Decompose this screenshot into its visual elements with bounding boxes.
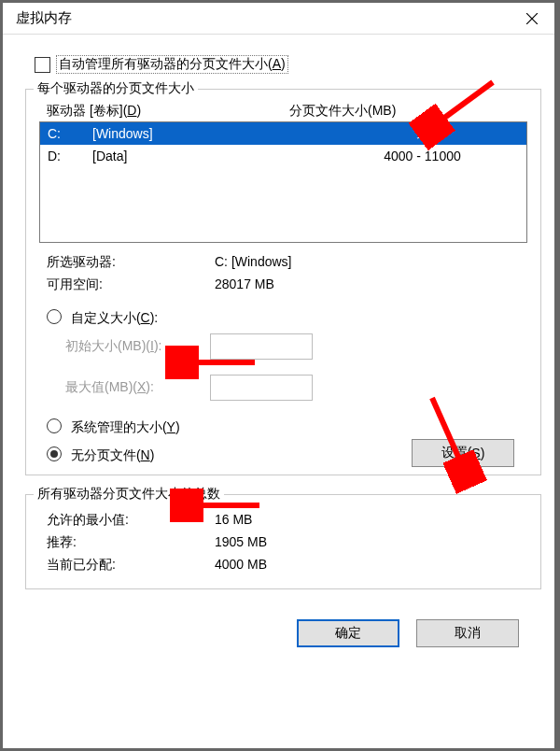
set-button[interactable]: 设置(S) [412,439,514,467]
close-button[interactable] [510,3,554,35]
system-managed-label: 系统管理的大小(Y) [71,419,180,434]
cancel-button[interactable]: 取消 [416,619,519,647]
auto-manage-checkbox[interactable] [35,57,50,73]
drive-letter: D: [48,149,92,163]
drive-row[interactable]: C: [Windows] 无 [40,122,526,145]
drive-list[interactable]: C: [Windows] 无 D: [Data] 4000 - 11000 [39,121,527,243]
rec-value: 1905 MB [215,534,267,551]
size-header: 分页文件大小(MB) [289,103,396,120]
initial-size-label: 初始大小(MB)(I): [65,338,210,355]
custom-size-radio[interactable] [47,309,62,324]
no-paging-radio[interactable] [47,446,62,461]
cur-value: 4000 MB [215,557,267,574]
per-drive-group: 每个驱动器的分页文件大小 驱动器 [卷标](D) 分页文件大小(MB) C: [… [25,89,541,475]
window-title: 虚拟内存 [16,9,72,27]
free-space-label: 可用空间: [47,276,215,293]
initial-size-input[interactable] [210,333,313,360]
min-value: 16 MB [215,512,252,529]
no-paging-label: 无分页文件(N) [71,447,154,462]
drive-size: 无 [288,125,519,142]
drive-header: 驱动器 [卷标](D) [47,103,289,120]
min-label: 允许的最小值: [47,512,215,529]
drive-row[interactable]: D: [Data] 4000 - 11000 [40,145,526,167]
drive-letter: C: [48,126,92,141]
rec-label: 推荐: [47,534,215,551]
system-managed-option[interactable]: 系统管理的大小(Y) [39,414,527,439]
auto-manage-row[interactable]: 自动管理所有驱动器的分页文件大小(A) [35,55,541,74]
drive-size: 4000 - 11000 [288,149,519,163]
drive-label: [Windows] [92,126,288,141]
selected-drive-value: C: [Windows] [215,254,291,271]
selected-drive-label: 所选驱动器: [47,254,215,271]
totals-group: 所有驱动器分页文件大小的总数 允许的最小值:16 MB 推荐:1905 MB 当… [25,494,541,589]
drive-label: [Data] [92,149,288,163]
no-paging-option[interactable]: 无分页文件(N) [39,442,154,467]
max-size-input[interactable] [210,375,313,401]
dialog-window: 虚拟内存 自动管理所有驱动器的分页文件大小(A) 每个驱动器的分页文件大小 驱动… [2,2,555,749]
titlebar: 虚拟内存 [3,3,554,35]
free-space-value: 28017 MB [215,276,274,293]
system-managed-radio[interactable] [47,418,62,433]
totals-legend: 所有驱动器分页文件大小的总数 [34,486,224,503]
dialog-buttons: 确定 取消 [25,589,541,668]
max-size-label: 最大值(MB)(X): [65,379,210,396]
close-icon [526,13,538,24]
per-drive-legend: 每个驱动器的分页文件大小 [34,80,198,97]
custom-size-option[interactable]: 自定义大小(C): [39,305,527,330]
cur-label: 当前已分配: [47,557,215,574]
ok-button[interactable]: 确定 [297,619,399,647]
auto-manage-label: 自动管理所有驱动器的分页文件大小(A) [56,55,288,74]
custom-size-label: 自定义大小(C): [71,310,158,325]
